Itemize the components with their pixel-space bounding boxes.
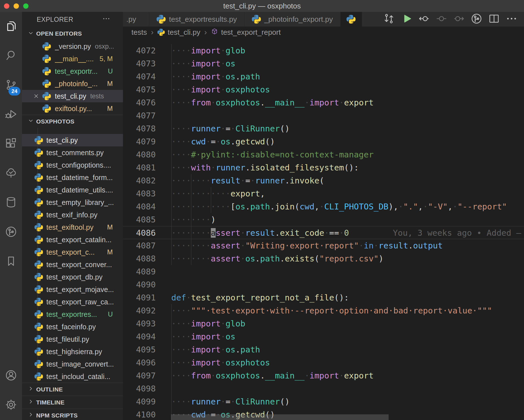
tree-item[interactable]: test_export_mojave... [22, 283, 123, 296]
tree-item[interactable]: test_highsierra.py [22, 345, 123, 358]
code-line[interactable]: 4091def·test_export_report_not_a_file(): [123, 291, 524, 304]
code-line[interactable]: 4082········result·=·runner.invoke( [123, 174, 524, 187]
open-editor-item[interactable]: __main__....5, M [22, 53, 123, 65]
tab-.py[interactable]: .py [123, 12, 149, 27]
code-token: . [231, 137, 235, 146]
activity-item-search[interactable] [0, 41, 22, 71]
breadcrumb-label: test_cli.py [168, 28, 200, 37]
tab-test_exportresults.py[interactable]: test_exportresults.py [149, 12, 244, 27]
code-line[interactable]: 4075····import·osxphotos [123, 83, 524, 96]
tree-item[interactable]: test_datetime_form... [22, 171, 123, 184]
code-line[interactable]: 4076····from·osxphotos.__main__·import·e… [123, 96, 524, 109]
open-editor-item[interactable]: test_exportr...U [22, 65, 123, 77]
tree-item[interactable]: test_cli.py [22, 134, 123, 146]
code-line[interactable]: 4072····import·glob [123, 44, 524, 57]
code-line[interactable]: 4089 [123, 265, 524, 278]
code-line[interactable]: 4090 [123, 278, 524, 291]
section-osxphotos[interactable]: OSXPHOTOS [22, 115, 123, 128]
code-line[interactable]: 4086········assert·result.exit_code·==·0… [123, 226, 524, 239]
code-line[interactable]: 4096····import·osxphotos [123, 356, 524, 369]
activity-item-explorer[interactable] [0, 12, 22, 41]
tree-item[interactable]: test_export_raw_ca... [22, 296, 123, 308]
toolbar-open-changes[interactable] [382, 12, 396, 27]
tree-item[interactable]: test_export_catalin... [22, 233, 123, 246]
code-line[interactable]: 4099····runner·=·CliRunner() [123, 395, 524, 408]
section-npm-scripts[interactable]: NPM SCRIPTS [22, 409, 123, 420]
tree-item[interactable]: test_configoptions.... [22, 159, 123, 171]
code-line[interactable]: 4083············export, [123, 187, 524, 200]
toolbar-run-python-file[interactable] [399, 12, 414, 27]
code-line[interactable]: 4098 [123, 382, 524, 395]
tree-item[interactable]: test_image_convert... [22, 358, 123, 370]
toolbar-more-actions[interactable] [504, 12, 519, 27]
minimize-window-icon[interactable] [14, 3, 19, 9]
code-line[interactable]: 4093····import·glob [123, 317, 524, 330]
code-editor[interactable]: 4072····import·glob4073····import·os4074… [123, 38, 524, 420]
toolbar-reverse-continue[interactable] [434, 12, 449, 27]
open-editor-item[interactable]: test_cli.pytests [22, 90, 123, 102]
section-outline[interactable]: OUTLINE [22, 383, 123, 396]
line-number: 4083 [123, 187, 170, 200]
activity-item-testing[interactable] [0, 159, 22, 188]
code-line[interactable]: 4087········assert·"Writing·export·repor… [123, 239, 524, 252]
code-line[interactable]: 4097····from·osxphotos.__main__·import·e… [123, 369, 524, 382]
activity-item-gitlens[interactable] [0, 218, 22, 247]
code-line[interactable]: 4095····import·os.path [123, 343, 524, 356]
activity-item-source-control[interactable]: 24 [0, 71, 22, 100]
code-line[interactable]: 4085········) [123, 213, 524, 226]
tree-item[interactable]: test_export_conver... [22, 258, 123, 271]
editor-group: .pytest_exportresults.py_photoinfo_expor… [123, 12, 524, 420]
close-window-icon[interactable] [4, 3, 9, 9]
tree-item[interactable]: test_exiftool.pyM [22, 221, 123, 233]
tree-item[interactable]: test_export_c...M [22, 246, 123, 258]
tree-item[interactable]: test_faceinfo.py [22, 321, 123, 333]
code-token: path [240, 345, 260, 354]
horizontal-scrollbar[interactable] [171, 414, 389, 420]
zoom-window-icon[interactable] [23, 3, 29, 9]
tree-item[interactable]: test_datetime_utils.... [22, 184, 123, 196]
activity-item-database[interactable] [0, 188, 22, 218]
line-number: 4087 [123, 239, 170, 252]
tree-item[interactable]: test_incloud_catali... [22, 370, 123, 383]
toolbar-split-editor[interactable] [487, 12, 501, 27]
code-line[interactable]: 4092····"""·test·export·with·--report·op… [123, 304, 524, 317]
activity-item-extensions[interactable] [0, 129, 22, 159]
tree-item[interactable]: test_fileutil.py [22, 333, 123, 345]
code-line[interactable]: 4073····import·os [123, 57, 524, 70]
tree-item[interactable]: test_empty_library_... [22, 196, 123, 209]
more-actions-icon[interactable] [102, 14, 111, 25]
close-icon[interactable] [33, 93, 42, 99]
tree-item[interactable]: test_comments.py [22, 146, 123, 159]
open-editor-item[interactable]: _photoinfo_...M [22, 77, 123, 90]
activity-item-bookmarks[interactable] [0, 247, 22, 276]
breadcrumb-item[interactable]: test_cli.py [157, 28, 200, 37]
tree-item[interactable]: test_exif_info.py [22, 209, 123, 221]
toolbar-gitlens-graph[interactable] [469, 12, 484, 27]
tree-item[interactable]: test_export_db.py [22, 271, 123, 283]
code-line[interactable]: 4078····runner·=·CliRunner() [123, 122, 524, 135]
breadcrumb-item[interactable]: test_export_report [211, 28, 281, 37]
open-editor-item[interactable]: exiftool.py...M [22, 102, 123, 115]
code-line[interactable]: 4079····cwd·=·os.getcwd() [123, 135, 524, 148]
indent-guide [171, 226, 172, 239]
tree-item[interactable]: test_exportres...U [22, 308, 123, 321]
code-line[interactable]: 4088········assert·os.path.exists("repor… [123, 252, 524, 265]
activity-item-run-and-debug[interactable] [0, 100, 22, 129]
activity-item-account[interactable] [0, 361, 22, 391]
section-timeline[interactable]: TIMELINE [22, 396, 123, 409]
code-line[interactable]: 4077 [123, 109, 524, 122]
toolbar-step-back[interactable] [417, 12, 431, 27]
tab-_photoinfo_export.py[interactable]: _photoinfo_export.py [244, 12, 341, 27]
open-editor-item[interactable]: _version.pyosxp... [22, 40, 123, 53]
code-line[interactable]: 4081····with·runner.isolated_filesystem(… [123, 161, 524, 174]
code-line[interactable]: 4094····import·os [123, 330, 524, 343]
code-line[interactable]: 4084············[os.path.join(cwd,·CLI_P… [123, 200, 524, 213]
activity-item-settings[interactable] [0, 391, 22, 420]
indent-guide [171, 161, 172, 174]
section-open-editors[interactable]: OPEN EDITORS [22, 27, 123, 40]
breadcrumb-item[interactable]: tests [131, 28, 147, 37]
code-line[interactable]: 4080····#·pylint:·disable=not-context-ma… [123, 148, 524, 161]
toolbar-step-over[interactable] [452, 12, 466, 27]
tab-python-stub[interactable] [341, 12, 362, 27]
code-line[interactable]: 4074····import·os.path [123, 70, 524, 83]
